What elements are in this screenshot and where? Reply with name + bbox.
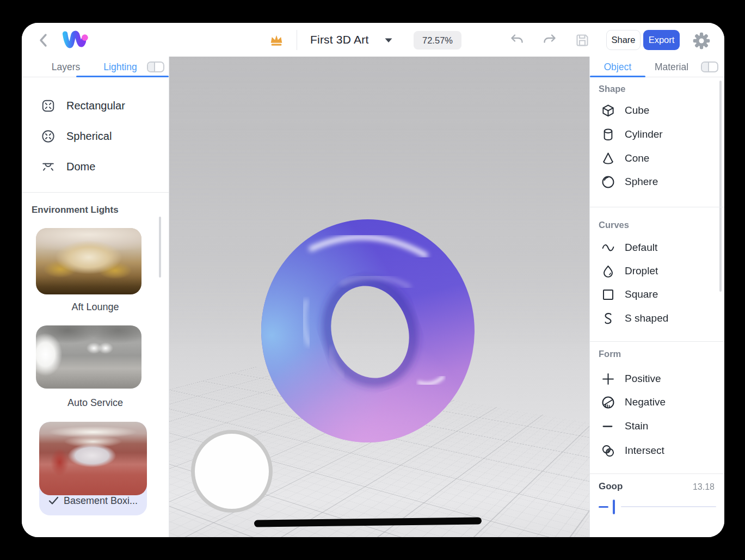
form-option-label: Positive bbox=[625, 373, 661, 385]
auto-service-panorama bbox=[36, 325, 141, 389]
curve-option-s-shaped[interactable]: S shaped bbox=[601, 306, 668, 330]
sphere-icon bbox=[601, 175, 615, 189]
form-option-stain[interactable]: Stain bbox=[601, 414, 648, 438]
s-curve-icon bbox=[601, 311, 615, 326]
shape-section-heading: Shape bbox=[599, 84, 626, 94]
tab-lighting[interactable]: Lighting bbox=[96, 57, 145, 77]
goop-slider-fill bbox=[599, 506, 608, 508]
collapse-right-panel-toggle[interactable] bbox=[701, 61, 718, 72]
goop-slider-thumb[interactable] bbox=[613, 500, 615, 514]
form-option-negative[interactable]: Negative bbox=[601, 390, 666, 414]
light-option-spherical[interactable]: Spherical bbox=[41, 124, 112, 148]
env-light-label: Aft Lounge bbox=[22, 301, 169, 313]
redo-button[interactable] bbox=[541, 33, 558, 48]
selected-env-caption: Basement Boxi... bbox=[39, 486, 147, 515]
shape-option-label: Sphere bbox=[625, 176, 658, 188]
env-light-label: Auto Service bbox=[22, 397, 169, 409]
ipad-frame: { "toolbar": { "title": "First 3D Art", … bbox=[0, 0, 745, 560]
basement-boxing-panorama bbox=[39, 422, 147, 495]
curve-option-label: Square bbox=[625, 288, 658, 300]
share-button[interactable]: Share bbox=[606, 30, 641, 50]
curve-option-square[interactable]: Square bbox=[601, 282, 658, 306]
left-panel-scrollbar[interactable] bbox=[159, 217, 161, 278]
light-option-label: Rectangular bbox=[66, 100, 125, 112]
form-option-positive[interactable]: Positive bbox=[601, 367, 661, 391]
chevron-left-icon bbox=[38, 32, 50, 48]
curve-option-droplet[interactable]: Droplet bbox=[601, 259, 658, 283]
left-panel-tabs: Layers Lighting bbox=[22, 57, 169, 77]
light-option-rectangular[interactable]: Rectangular bbox=[41, 94, 125, 118]
active-tab-underline bbox=[76, 76, 169, 77]
torus-3d-object[interactable] bbox=[261, 219, 475, 443]
left-panel: Layers Lighting Rectangular bbox=[22, 57, 169, 537]
env-light-basement-card-selected[interactable]: Basement Boxi... bbox=[39, 422, 147, 515]
save-button[interactable] bbox=[574, 32, 590, 48]
tab-object[interactable]: Object bbox=[594, 57, 641, 77]
active-tab-underline bbox=[590, 76, 645, 77]
env-light-auto-service-thumbnail[interactable] bbox=[36, 325, 141, 389]
export-button[interactable]: Export bbox=[643, 30, 680, 50]
curve-option-label: Droplet bbox=[625, 265, 658, 277]
right-panel: Object Material Shape Cube bbox=[589, 57, 724, 537]
crown-icon[interactable] bbox=[268, 32, 285, 49]
light-option-label: Dome bbox=[66, 161, 95, 173]
goop-slider-track[interactable] bbox=[621, 506, 716, 507]
rectangular-light-icon bbox=[41, 99, 56, 113]
checkmark-icon bbox=[48, 496, 59, 505]
app-logo-icon[interactable] bbox=[60, 29, 90, 51]
form-section-heading: Form bbox=[599, 349, 621, 359]
zoom-level-badge[interactable]: 72.57% bbox=[414, 31, 461, 50]
document-title[interactable]: First 3D Art bbox=[310, 23, 368, 57]
curve-option-default[interactable]: Default bbox=[601, 236, 657, 260]
tab-material[interactable]: Material bbox=[650, 57, 693, 77]
env-light-aft-lounge-thumbnail[interactable] bbox=[36, 228, 141, 294]
plus-icon bbox=[601, 372, 615, 386]
title-dropdown-icon[interactable] bbox=[383, 36, 394, 45]
environment-lights-heading: Environment Lights bbox=[32, 205, 119, 216]
shape-option-cylinder[interactable]: Cylinder bbox=[601, 122, 663, 146]
toolbar: First 3D Art 72.57% Shar bbox=[22, 23, 724, 57]
shape-option-label: Cone bbox=[625, 152, 649, 164]
undo-button[interactable] bbox=[509, 33, 525, 48]
section-divider bbox=[590, 473, 724, 474]
cube-icon bbox=[601, 103, 615, 118]
right-panel-scrollbar[interactable] bbox=[719, 81, 722, 292]
aft-lounge-panorama bbox=[36, 228, 141, 294]
light-option-dome[interactable]: Dome bbox=[41, 155, 95, 179]
wave-icon bbox=[601, 241, 615, 255]
right-panel-tabs: Object Material bbox=[590, 57, 724, 77]
section-divider bbox=[590, 207, 724, 207]
section-divider bbox=[22, 192, 169, 193]
save-icon bbox=[575, 33, 590, 48]
undo-icon bbox=[509, 33, 525, 47]
light-option-label: Spherical bbox=[66, 130, 112, 143]
gear-icon bbox=[692, 31, 711, 51]
curve-option-label: S shaped bbox=[625, 312, 668, 324]
cone-icon bbox=[601, 151, 615, 166]
form-option-intersect[interactable]: Intersect bbox=[601, 439, 664, 463]
shape-option-label: Cylinder bbox=[625, 128, 663, 140]
dome-light-icon bbox=[41, 159, 56, 174]
spherical-light-icon bbox=[41, 129, 56, 144]
collapse-left-panel-toggle[interactable] bbox=[147, 61, 164, 72]
minus-icon bbox=[601, 419, 615, 434]
form-option-label: Intersect bbox=[625, 445, 664, 457]
shape-option-cone[interactable]: Cone bbox=[601, 146, 649, 170]
shape-option-cube[interactable]: Cube bbox=[601, 99, 649, 122]
square-icon bbox=[601, 287, 615, 302]
cylinder-icon bbox=[601, 127, 615, 142]
shape-option-sphere[interactable]: Sphere bbox=[601, 170, 658, 194]
form-option-label: Stain bbox=[625, 420, 648, 432]
section-divider bbox=[590, 341, 724, 342]
back-button[interactable] bbox=[35, 32, 52, 49]
env-light-label: Basement Boxi... bbox=[64, 495, 138, 507]
goop-label: Goop bbox=[599, 481, 623, 492]
goop-value: 13.18 bbox=[693, 482, 715, 492]
intersect-icon bbox=[601, 444, 615, 458]
shape-option-label: Cube bbox=[625, 104, 649, 116]
viewport-3d-canvas[interactable] bbox=[169, 57, 589, 537]
white-sphere-3d-object[interactable] bbox=[191, 430, 273, 513]
curves-section-heading: Curves bbox=[599, 220, 629, 230]
tab-layers[interactable]: Layers bbox=[36, 57, 96, 77]
settings-button[interactable] bbox=[691, 30, 712, 51]
